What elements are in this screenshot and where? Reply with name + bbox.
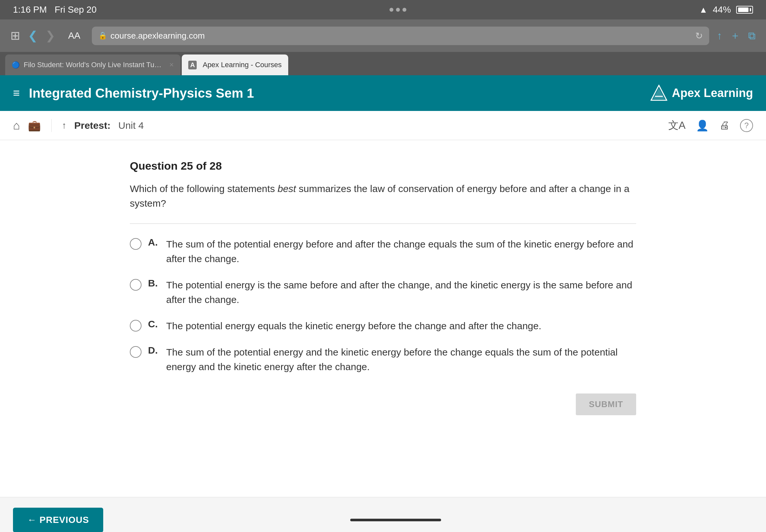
text-size-button[interactable]: AA <box>63 30 85 41</box>
question-text-em: best <box>277 183 296 194</box>
print-button[interactable]: 🖨 <box>719 119 730 131</box>
help-button[interactable]: ? <box>740 119 753 132</box>
upload-icon: ↑ <box>62 120 67 131</box>
briefcase-button[interactable]: 💼 <box>28 119 41 132</box>
question-text: Which of the following statements best s… <box>130 181 636 211</box>
address-bar-area: AA 🔒 course.apexlearning.com ↻ <box>63 27 709 45</box>
toolbar-right: 文A 👤 🖨 ? <box>668 118 753 133</box>
radio-b[interactable] <box>130 279 141 291</box>
app-header: ≡ Integrated Chemistry-Physics Sem 1 Ape… <box>0 75 766 111</box>
share-button[interactable]: ↑ <box>717 30 722 42</box>
accessibility-button[interactable]: 👤 <box>696 119 709 132</box>
tab-filo-close[interactable]: ✕ <box>169 61 174 68</box>
option-c[interactable]: C. The potential energy equals the kinet… <box>130 319 636 333</box>
app-header-left: ≡ Integrated Chemistry-Physics Sem 1 <box>13 86 254 101</box>
sidebar-toggle-button[interactable]: ⊞ <box>10 29 20 42</box>
option-c-text: The potential energy equals the kinetic … <box>166 319 541 333</box>
question-text-before-em: Which of the following statements <box>130 183 277 194</box>
pretest-value: Unit 4 <box>118 120 143 131</box>
refresh-button[interactable]: ↻ <box>695 30 703 41</box>
home-indicator <box>350 519 441 521</box>
bottom-bar: ← PREVIOUS <box>0 497 766 532</box>
toolbar-divider <box>51 119 52 132</box>
tab-bar: 🔵 Filo Student: World's Only Live Instan… <box>0 52 766 75</box>
browser-actions: ↑ ＋ ⧉ <box>717 29 756 43</box>
toolbar: ⌂ 💼 ↑ Pretest: Unit 4 文A 👤 🖨 ? <box>0 111 766 140</box>
answer-options: A. The sum of the potential energy befor… <box>130 237 636 374</box>
radio-a[interactable] <box>130 238 141 250</box>
option-b-letter: B. <box>148 278 160 289</box>
date: Fri Sep 20 <box>55 5 96 15</box>
status-center <box>390 8 407 12</box>
status-bar: 1:16 PM Fri Sep 20 ▲ 44% <box>0 0 766 19</box>
status-left: 1:16 PM Fri Sep 20 <box>13 5 96 15</box>
option-d[interactable]: D. The sum of the potential energy and t… <box>130 345 636 374</box>
back-button[interactable]: ❮ <box>28 29 38 42</box>
option-c-letter: C. <box>148 319 160 330</box>
browser-chrome: ⊞ ❮ ❯ AA 🔒 course.apexlearning.com ↻ ↑ ＋… <box>0 19 766 52</box>
apex-logo-text: Apex Learning <box>672 86 753 100</box>
hamburger-menu-button[interactable]: ≡ <box>13 86 20 100</box>
home-button[interactable]: ⌂ <box>13 119 20 132</box>
status-dot-2 <box>396 8 400 12</box>
tab-apex[interactable]: A Apex Learning - Courses <box>182 54 288 75</box>
status-dot-3 <box>403 8 407 12</box>
battery-percent: 44% <box>713 5 731 15</box>
option-b-text: The potential energy is the same before … <box>166 278 636 307</box>
previous-button[interactable]: ← PREVIOUS <box>13 508 103 532</box>
apex-logo-icon <box>651 85 667 102</box>
pretest-label: Pretest: <box>74 120 111 131</box>
translate-button[interactable]: 文A <box>668 118 686 133</box>
url-bar[interactable]: 🔒 course.apexlearning.com ↻ <box>92 27 709 45</box>
filo-favicon: 🔵 <box>12 61 20 69</box>
option-d-letter: D. <box>148 345 160 356</box>
lock-icon: 🔒 <box>98 31 107 40</box>
tabs-button[interactable]: ⧉ <box>748 30 756 42</box>
new-tab-button[interactable]: ＋ <box>730 29 740 43</box>
tab-apex-title: Apex Learning - Courses <box>202 61 281 69</box>
battery-icon <box>736 6 753 14</box>
tab-filo[interactable]: 🔵 Filo Student: World's Only Live Instan… <box>5 54 180 75</box>
question-header: Question 25 of 28 <box>130 160 636 172</box>
option-d-text: The sum of the potential energy and the … <box>166 345 636 374</box>
status-right: ▲ 44% <box>699 5 753 15</box>
apex-favicon: A <box>188 61 197 69</box>
submit-area: SUBMIT <box>130 393 636 415</box>
wifi-icon: ▲ <box>699 5 708 15</box>
submit-button[interactable]: SUBMIT <box>576 393 636 415</box>
tab-filo-title: Filo Student: World's Only Live Instant … <box>24 61 163 69</box>
option-a[interactable]: A. The sum of the potential energy befor… <box>130 237 636 266</box>
course-title: Integrated Chemistry-Physics Sem 1 <box>29 86 254 101</box>
option-a-letter: A. <box>148 237 160 248</box>
url-text: course.apexlearning.com <box>110 31 205 41</box>
forward-button[interactable]: ❯ <box>45 29 55 42</box>
radio-d[interactable] <box>130 346 141 358</box>
status-dot-1 <box>390 8 394 12</box>
option-b[interactable]: B. The potential energy is the same befo… <box>130 278 636 307</box>
option-a-text: The sum of the potential energy before a… <box>166 237 636 266</box>
main-content: Question 25 of 28 Which of the following… <box>0 140 766 497</box>
apex-logo: Apex Learning <box>651 85 753 102</box>
time: 1:16 PM <box>13 5 47 15</box>
radio-c[interactable] <box>130 320 141 332</box>
